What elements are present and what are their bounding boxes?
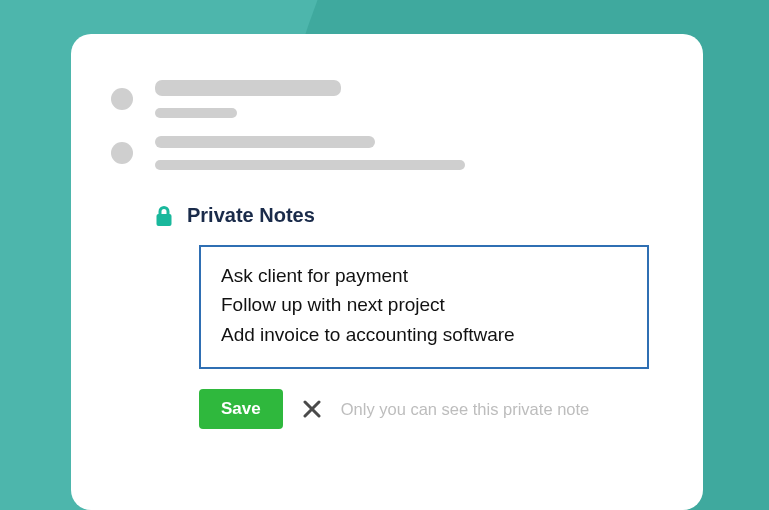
save-button[interactable]: Save: [199, 389, 283, 429]
placeholder-row: [111, 80, 663, 118]
private-notes-header: Private Notes: [155, 204, 663, 227]
private-notes-title: Private Notes: [187, 204, 315, 227]
placeholder-line: [155, 80, 341, 96]
private-notes-input[interactable]: Ask client for payment Follow up with ne…: [199, 245, 649, 369]
placeholder-line: [155, 136, 375, 148]
card-panel: Private Notes Ask client for payment Fol…: [71, 34, 703, 510]
placeholder-line: [155, 160, 465, 170]
cancel-button[interactable]: [301, 398, 323, 420]
lock-icon: [155, 205, 173, 227]
svg-rect-0: [157, 214, 172, 226]
placeholder-line: [155, 108, 237, 118]
close-icon: [303, 400, 321, 418]
private-notes-actions: Save Only you can see this private note: [199, 389, 663, 429]
placeholder-avatar: [111, 142, 133, 164]
private-notes-hint: Only you can see this private note: [341, 400, 590, 419]
placeholder-row: [111, 136, 663, 170]
placeholder-avatar: [111, 88, 133, 110]
